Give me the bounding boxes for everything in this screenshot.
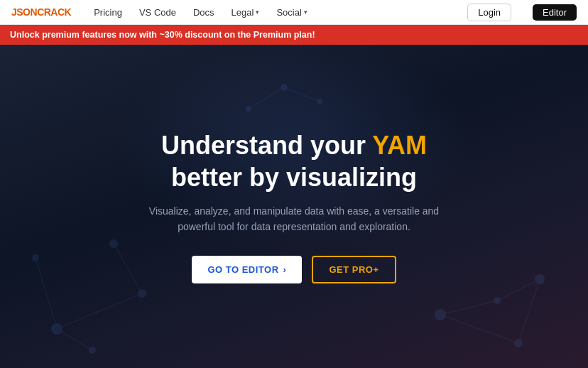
nav-docs[interactable]: Docs: [193, 7, 214, 18]
svg-line-12: [114, 244, 142, 293]
logo[interactable]: JSONCRACK: [11, 6, 71, 18]
editor-button[interactable]: Editor: [533, 4, 577, 21]
svg-point-0: [51, 323, 62, 335]
svg-point-1: [138, 289, 146, 298]
nav-legal-dropdown[interactable]: Legal ▾: [232, 7, 260, 18]
chevron-down-icon-2: ▾: [304, 9, 307, 16]
svg-point-6: [535, 274, 545, 284]
svg-point-8: [109, 239, 118, 248]
svg-line-10: [57, 329, 92, 350]
svg-point-5: [494, 297, 501, 304]
login-button[interactable]: Login: [467, 4, 511, 21]
hero-subtitle: Visualize, analyze, and manipulate data …: [145, 203, 443, 235]
go-to-editor-label: GO TO EDITOR: [207, 264, 278, 275]
svg-point-19: [317, 99, 322, 104]
hero-title-line2: better by visualizing: [161, 161, 427, 193]
svg-point-2: [89, 347, 96, 354]
svg-line-21: [284, 87, 320, 102]
hero-title-part1: Understand your: [161, 131, 372, 160]
svg-line-14: [440, 301, 497, 315]
hero-buttons: GO TO EDITOR › GET PRO+: [192, 256, 396, 283]
get-pro-button[interactable]: GET PRO+: [312, 256, 396, 283]
hero-title-highlight: YAM: [372, 131, 427, 160]
svg-line-11: [36, 258, 57, 329]
svg-line-15: [497, 279, 540, 301]
svg-line-9: [57, 293, 142, 329]
hero-title: Understand your YAM better by visualizin…: [161, 129, 427, 193]
promo-banner: Unlock premium features now with ~30% di…: [0, 25, 588, 45]
hero-section: Understand your YAM better by visualizin…: [0, 45, 588, 368]
logo-text-json: JSON: [11, 6, 37, 18]
go-to-editor-button[interactable]: GO TO EDITOR ›: [192, 256, 302, 283]
svg-line-16: [518, 279, 540, 343]
svg-line-13: [440, 315, 518, 343]
nav-social-label: Social: [276, 7, 301, 18]
svg-point-17: [281, 84, 288, 91]
svg-point-7: [32, 254, 39, 261]
navbar: JSONCRACK Pricing VS Code Docs Legal ▾ S…: [0, 0, 588, 25]
logo-text-crack: CRACK: [37, 6, 71, 18]
nav-legal-label: Legal: [232, 7, 254, 18]
nav-vscode[interactable]: VS Code: [139, 7, 176, 18]
svg-point-3: [435, 309, 446, 320]
svg-line-20: [249, 87, 284, 109]
arrow-right-icon: ›: [283, 264, 287, 275]
banner-text: Unlock premium features now with ~30% di…: [10, 30, 315, 40]
nav-social-dropdown[interactable]: Social ▾: [276, 7, 307, 18]
svg-point-18: [246, 106, 251, 112]
svg-point-4: [514, 339, 523, 347]
nav-pricing[interactable]: Pricing: [94, 7, 122, 18]
chevron-down-icon: ▾: [256, 9, 259, 16]
